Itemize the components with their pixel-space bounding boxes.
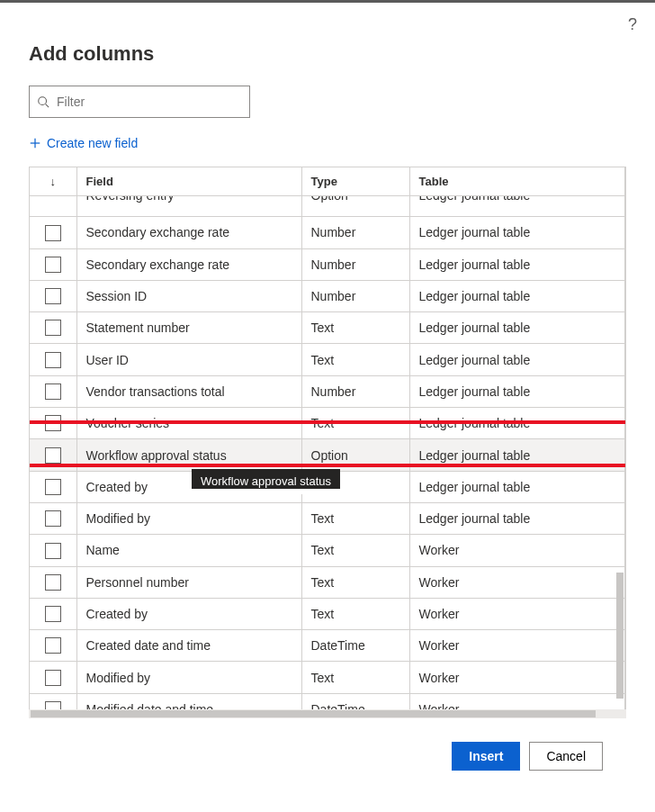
field-cell: Statement number	[76, 312, 301, 344]
field-cell: Modified by	[76, 662, 301, 693]
row-checkbox[interactable]	[45, 257, 61, 273]
row-checkbox[interactable]	[45, 637, 61, 654]
type-cell: Number	[301, 248, 409, 280]
filter-input[interactable]	[29, 86, 250, 118]
row-checkbox[interactable]	[45, 574, 61, 591]
table-cell: Ledger journal table	[409, 502, 625, 534]
table-cell: Ledger journal table	[409, 280, 625, 311]
page-title: Add columns	[29, 42, 626, 66]
table-cell: Ledger journal table	[409, 439, 625, 471]
row-checkbox[interactable]	[45, 288, 61, 304]
field-cell: Created by	[76, 598, 301, 629]
row-checkbox[interactable]	[45, 479, 61, 495]
filter-input-wrap	[29, 86, 626, 118]
svg-line-1	[46, 104, 49, 108]
type-cell: Option	[301, 439, 409, 471]
table-cell: Worker	[409, 662, 625, 693]
table-cell: Ledger journal table	[409, 375, 625, 407]
field-cell: Created date and time	[76, 630, 301, 662]
row-checkbox[interactable]	[45, 320, 61, 336]
table-cell: Ledger journal table	[409, 312, 625, 344]
table-cell: Worker	[409, 630, 625, 662]
help-icon[interactable]: ?	[628, 15, 637, 34]
sort-column-header[interactable]: ↓	[30, 167, 76, 196]
type-cell: Text	[301, 312, 409, 344]
row-checkbox[interactable]	[45, 701, 61, 709]
field-cell: Workflow approval status	[76, 439, 301, 471]
table-row[interactable]: Personnel numberTextWorker	[30, 566, 625, 598]
add-columns-dialog: Add columns Create new field ↓ Field Typ…	[0, 3, 655, 789]
horizontal-scrollbar[interactable]	[29, 709, 626, 718]
row-checkbox[interactable]	[45, 606, 61, 622]
create-new-field-label: Create new field	[47, 136, 138, 150]
table-cell: Ledger journal table	[409, 471, 625, 502]
row-checkbox[interactable]	[45, 196, 61, 197]
table-row[interactable]: NameTextWorker	[30, 535, 625, 566]
table-cell: Worker	[409, 566, 625, 598]
table-row[interactable]: Secondary exchange rateNumberLedger jour…	[30, 248, 625, 280]
type-cell: Text	[301, 408, 409, 439]
row-checkbox[interactable]	[45, 543, 61, 559]
field-cell: Voucher series	[76, 408, 301, 439]
type-cell: Text	[301, 535, 409, 566]
row-checkbox[interactable]	[45, 225, 61, 241]
field-cell: Reversing entry	[86, 196, 175, 203]
table-cell: Worker	[409, 598, 625, 629]
row-checkbox[interactable]	[45, 415, 61, 431]
type-cell: Text	[301, 598, 409, 629]
table-row[interactable]: Modified byTextWorker	[30, 662, 625, 693]
table-cell: Ledger journal table	[409, 217, 625, 248]
type-cell: Number	[301, 280, 409, 311]
row-checkbox[interactable]	[45, 383, 61, 400]
columns-table-wrap: ↓ Field Type Table Reversing entry Optio…	[29, 167, 626, 709]
table-header-row: ↓ Field Type Table	[30, 167, 625, 196]
table-cell: Worker	[409, 535, 625, 566]
field-cell: Name	[76, 535, 301, 566]
search-icon	[37, 95, 49, 108]
table-cell: Ledger journal table	[409, 344, 625, 375]
vertical-scrollbar-thumb[interactable]	[616, 573, 624, 699]
table-row[interactable]: Created byTextWorker	[30, 598, 625, 629]
type-cell: Text	[301, 502, 409, 534]
row-checkbox[interactable]	[45, 510, 61, 527]
type-cell: Text	[301, 662, 409, 693]
plus-icon	[29, 137, 41, 149]
table-row[interactable]: Vendor transactions totalNumberLedger jo…	[30, 375, 625, 407]
type-cell: Text	[301, 344, 409, 375]
table-row[interactable]: Created date and timeDateTimeWorker	[30, 630, 625, 662]
field-cell: Session ID	[76, 280, 301, 311]
field-column-header[interactable]: Field	[76, 167, 301, 196]
table-cell: Ledger journal table	[419, 196, 531, 203]
type-column-header[interactable]: Type	[301, 167, 409, 196]
table-row[interactable]: Secondary exchange rateNumberLedger jour…	[30, 217, 625, 248]
insert-button[interactable]: Insert	[452, 742, 520, 771]
row-checkbox[interactable]	[45, 447, 61, 464]
cancel-button[interactable]: Cancel	[529, 742, 603, 771]
table-row[interactable]: Voucher seriesTextLedger journal table	[30, 408, 625, 439]
field-cell: Secondary exchange rate	[76, 248, 301, 280]
field-cell: Vendor transactions total	[76, 375, 301, 407]
table-row[interactable]: User IDTextLedger journal table	[30, 344, 625, 375]
type-cell: Text	[301, 566, 409, 598]
table-row[interactable]: Statement numberTextLedger journal table	[30, 312, 625, 344]
row-checkbox[interactable]	[45, 352, 61, 368]
table-column-header[interactable]: Table	[409, 167, 625, 196]
horizontal-scrollbar-thumb[interactable]	[31, 710, 596, 717]
type-cell: Option	[311, 196, 348, 203]
table-row[interactable]: Reversing entry Option Ledger journal ta…	[30, 196, 625, 217]
create-new-field-link[interactable]: Create new field	[29, 136, 138, 150]
table-row[interactable]: Modified byTextLedger journal table	[30, 502, 625, 534]
table-row[interactable]: Session IDNumberLedger journal table	[30, 280, 625, 311]
type-cell: DateTime	[301, 630, 409, 662]
table-cell: Ledger journal table	[409, 248, 625, 280]
type-cell: DateTime	[301, 693, 409, 709]
field-cell: Modified date and time	[76, 693, 301, 709]
row-checkbox[interactable]	[45, 670, 61, 686]
table-row[interactable]: Modified date and timeDateTimeWorker	[30, 693, 625, 709]
svg-point-0	[39, 97, 47, 105]
type-cell: Number	[301, 217, 409, 248]
columns-table: ↓ Field Type Table Reversing entry Optio…	[30, 167, 625, 709]
table-row[interactable]: Workflow approval statusOptionLedger jou…	[30, 439, 625, 471]
dialog-footer: Insert Cancel	[29, 718, 626, 771]
field-cell: User ID	[76, 344, 301, 375]
